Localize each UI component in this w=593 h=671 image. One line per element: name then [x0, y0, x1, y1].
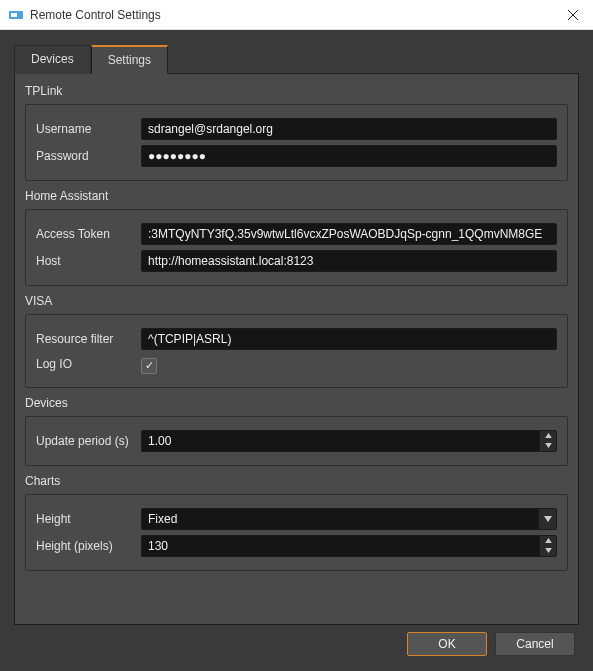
spin-down-button[interactable]	[540, 546, 556, 556]
charts-title: Charts	[25, 474, 568, 488]
dialog-footer: OK Cancel	[14, 625, 579, 663]
visa-logio-label: Log IO	[36, 357, 141, 371]
window-title: Remote Control Settings	[30, 8, 553, 22]
ok-button[interactable]: OK	[407, 632, 487, 656]
tplink-username-input[interactable]	[141, 118, 557, 140]
svg-marker-4	[545, 433, 552, 438]
charts-group: Height Fixed Height (pixels)	[25, 494, 568, 571]
tplink-password-input[interactable]	[141, 145, 557, 167]
tab-devices[interactable]: Devices	[14, 45, 91, 74]
ha-token-input[interactable]	[141, 223, 557, 245]
spin-down-button[interactable]	[540, 441, 556, 451]
close-button[interactable]	[553, 0, 593, 30]
settings-pane: TPLink Username Password Home Assistant …	[14, 74, 579, 625]
svg-marker-5	[545, 443, 552, 448]
check-icon: ✓	[145, 360, 154, 371]
visa-filter-label: Resource filter	[36, 332, 141, 346]
svg-marker-7	[545, 538, 552, 543]
cancel-button[interactable]: Cancel	[495, 632, 575, 656]
visa-title: VISA	[25, 294, 568, 308]
ha-token-label: Access Token	[36, 227, 141, 241]
devices-title: Devices	[25, 396, 568, 410]
client-area: Devices Settings TPLink Username Passwor…	[0, 30, 593, 671]
tplink-title: TPLink	[25, 84, 568, 98]
visa-logio-checkbox[interactable]: ✓	[141, 358, 157, 374]
charts-heightpx-input[interactable]	[141, 535, 539, 557]
remote-control-settings-window: Remote Control Settings Devices Settings…	[0, 0, 593, 671]
titlebar: Remote Control Settings	[0, 0, 593, 30]
tplink-password-label: Password	[36, 149, 141, 163]
app-icon	[8, 7, 24, 23]
svg-rect-1	[11, 13, 17, 17]
tab-bar: Devices Settings	[14, 44, 579, 74]
visa-group: Resource filter Log IO ✓	[25, 314, 568, 388]
tplink-username-label: Username	[36, 122, 141, 136]
charts-height-combo[interactable]: Fixed	[141, 508, 557, 530]
charts-height-label: Height	[36, 512, 141, 526]
ha-host-input[interactable]	[141, 250, 557, 272]
charts-heightpx-spinbox[interactable]	[141, 535, 557, 557]
ha-group: Access Token Host	[25, 209, 568, 286]
svg-marker-6	[544, 516, 552, 522]
visa-filter-input[interactable]	[141, 328, 557, 350]
update-period-spinbox[interactable]	[141, 430, 557, 452]
chevron-down-icon	[538, 509, 556, 529]
charts-height-value: Fixed	[142, 512, 538, 526]
devices-group: Update period (s)	[25, 416, 568, 466]
charts-heightpx-label: Height (pixels)	[36, 539, 141, 553]
spin-up-button[interactable]	[540, 431, 556, 441]
tab-settings[interactable]: Settings	[91, 45, 168, 74]
update-period-input[interactable]	[141, 430, 539, 452]
ha-title: Home Assistant	[25, 189, 568, 203]
ha-host-label: Host	[36, 254, 141, 268]
svg-marker-8	[545, 548, 552, 553]
spin-up-button[interactable]	[540, 536, 556, 546]
tplink-group: Username Password	[25, 104, 568, 181]
update-period-label: Update period (s)	[36, 434, 141, 448]
